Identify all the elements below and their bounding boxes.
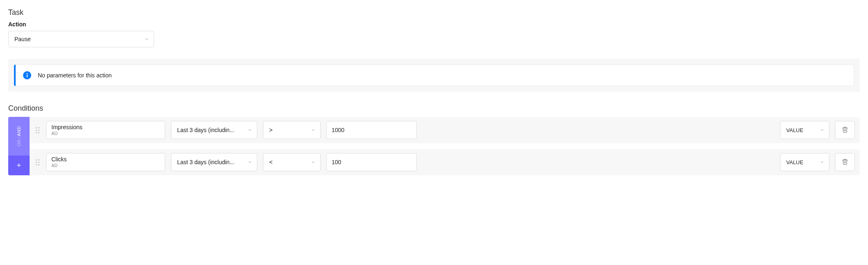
value-input[interactable] <box>326 121 417 139</box>
value-type-select[interactable]: VALUE <box>780 121 829 139</box>
metric-name: Clicks <box>51 156 160 163</box>
task-section: Task Action Pause No parameters for this… <box>8 8 860 92</box>
operator-select[interactable]: < <box>263 153 321 171</box>
value-type-select[interactable]: VALUE <box>780 153 829 171</box>
metric-level: AD <box>51 131 160 136</box>
drag-handle[interactable] <box>35 159 40 165</box>
andor-toggle[interactable]: OR / AND <box>8 117 30 156</box>
timeframe-select[interactable]: Last 3 days (includin... <box>171 121 257 139</box>
metric-select[interactable]: Clicks AD <box>46 153 165 171</box>
value-input[interactable] <box>326 153 417 171</box>
drag-handle[interactable] <box>35 127 40 133</box>
condition-row: Impressions AD Last 3 days (includin... … <box>30 117 860 143</box>
condition-rows: Impressions AD Last 3 days (includin... … <box>30 117 860 175</box>
metric-select[interactable]: Impressions AD <box>46 121 165 139</box>
info-panel-container: No parameters for this action <box>8 59 860 92</box>
action-select-value: Pause <box>14 36 31 42</box>
svg-rect-1 <box>27 74 28 77</box>
andor-column: OR / AND + <box>8 117 30 175</box>
info-icon <box>23 71 31 79</box>
info-text: No parameters for this action <box>38 72 112 79</box>
trash-icon <box>842 158 848 166</box>
action-label: Action <box>8 21 860 28</box>
condition-row: Clicks AD Last 3 days (includin... < <box>30 149 860 175</box>
delete-condition-button[interactable] <box>835 121 855 139</box>
task-heading: Task <box>8 8 860 17</box>
metric-level: AD <box>51 163 160 168</box>
svg-point-2 <box>27 73 28 74</box>
metric-name: Impressions <box>51 124 160 131</box>
trash-icon <box>842 126 848 134</box>
operator-select[interactable]: > <box>263 121 321 139</box>
conditions-heading: Conditions <box>8 104 860 113</box>
info-panel: No parameters for this action <box>14 65 854 86</box>
conditions-table: OR / AND + Impressions AD <box>8 117 860 175</box>
delete-condition-button[interactable] <box>835 153 855 171</box>
action-select[interactable]: Pause <box>8 31 154 47</box>
add-condition-button[interactable]: + <box>8 156 30 175</box>
timeframe-select[interactable]: Last 3 days (includin... <box>171 153 257 171</box>
conditions-section: Conditions OR / AND + Impressions <box>8 104 860 175</box>
